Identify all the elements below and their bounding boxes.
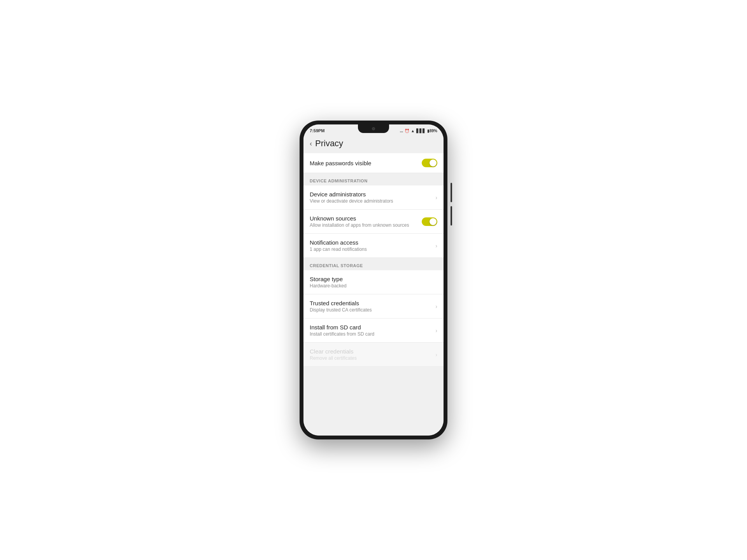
chevron-icon-5: › <box>435 352 437 358</box>
trusted-credentials-subtitle: Display trusted CA certificates <box>310 307 435 313</box>
chevron-icon-3: › <box>435 303 437 310</box>
clear-credentials-subtitle: Remove all certificates <box>310 355 435 361</box>
volume-button-2[interactable] <box>451 206 452 226</box>
make-passwords-item[interactable]: Make passwords visible <box>303 153 444 173</box>
notification-access-item[interactable]: Notification access 1 app can read notif… <box>303 234 444 258</box>
page-header: ‹ Privacy <box>303 135 444 153</box>
credential-storage-section-label: CREDENTIAL STORAGE <box>310 263 437 268</box>
trusted-credentials-item[interactable]: Trusted credentials Display trusted CA c… <box>303 294 444 318</box>
credential-storage-section-header: CREDENTIAL STORAGE <box>303 258 444 270</box>
install-from-sd-text: Install from SD card Install certificate… <box>310 324 435 337</box>
device-admin-section-label: DEVICE ADMINISTRATION <box>310 178 437 183</box>
storage-type-text: Storage type Hardware-backed <box>310 276 437 289</box>
storage-type-item[interactable]: Storage type Hardware-backed <box>303 270 444 294</box>
screen-content: ‹ Privacy Make passwords visible DEVICE … <box>303 135 444 436</box>
install-from-sd-subtitle: Install certificates from SD card <box>310 331 435 337</box>
make-passwords-title: Make passwords visible <box>310 160 422 166</box>
device-administrators-subtitle: View or deactivate device administrators <box>310 198 435 204</box>
battery-icon: ▮ 89% <box>427 129 437 133</box>
front-camera <box>372 127 375 130</box>
trusted-credentials-title: Trusted credentials <box>310 300 435 306</box>
clear-credentials-item: Clear credentials Remove all certificate… <box>303 343 444 367</box>
storage-type-title: Storage type <box>310 276 437 282</box>
unknown-sources-subtitle: Allow installation of apps from unknown … <box>310 222 422 228</box>
storage-type-subtitle: Hardware-backed <box>310 283 437 289</box>
chevron-icon-4: › <box>435 327 437 334</box>
install-from-sd-item[interactable]: Install from SD card Install certificate… <box>303 318 444 343</box>
install-from-sd-title: Install from SD card <box>310 324 435 331</box>
chevron-icon-2: › <box>435 243 437 249</box>
menu-dots-icon: ... <box>400 129 403 133</box>
make-passwords-toggle[interactable] <box>422 159 437 167</box>
status-icons: ... ⏰ ▲ ▋▋▋ ▮ 89% <box>400 129 437 133</box>
unknown-sources-item[interactable]: Unknown sources Allow installation of ap… <box>303 210 444 234</box>
back-button[interactable]: ‹ <box>310 140 312 148</box>
make-passwords-text: Make passwords visible <box>310 160 422 166</box>
status-time: 7:59PM <box>310 128 325 133</box>
device-administrators-title: Device administrators <box>310 191 435 198</box>
device-admin-section-header: DEVICE ADMINISTRATION <box>303 173 444 186</box>
trusted-credentials-text: Trusted credentials Display trusted CA c… <box>310 300 435 313</box>
volume-button-1[interactable] <box>451 183 452 202</box>
phone-screen: 7:59PM ... ⏰ ▲ ▋▋▋ ▮ 89% ‹ Privacy Make … <box>303 124 444 436</box>
alarm-icon: ⏰ <box>405 129 409 133</box>
device-administrators-text: Device administrators View or deactivate… <box>310 191 435 204</box>
device-administrators-item[interactable]: Device administrators View or deactivate… <box>303 186 444 210</box>
unknown-sources-toggle[interactable] <box>422 217 437 226</box>
toggle-circle <box>430 159 437 166</box>
clear-credentials-text: Clear credentials Remove all certificate… <box>310 348 435 361</box>
clear-credentials-title: Clear credentials <box>310 348 435 355</box>
notification-access-subtitle: 1 app can read notifications <box>310 247 435 252</box>
signal-icon: ▋▋▋ <box>416 129 426 133</box>
unknown-sources-title: Unknown sources <box>310 215 422 222</box>
unknown-sources-text: Unknown sources Allow installation of ap… <box>310 215 422 228</box>
phone-frame: 7:59PM ... ⏰ ▲ ▋▋▋ ▮ 89% ‹ Privacy Make … <box>300 121 447 439</box>
wifi-icon: ▲ <box>411 129 415 133</box>
chevron-icon: › <box>435 194 437 201</box>
notification-access-text: Notification access 1 app can read notif… <box>310 239 435 252</box>
toggle-circle-2 <box>430 218 437 225</box>
notification-access-title: Notification access <box>310 239 435 246</box>
notch <box>358 124 389 133</box>
page-title: Privacy <box>315 138 343 149</box>
